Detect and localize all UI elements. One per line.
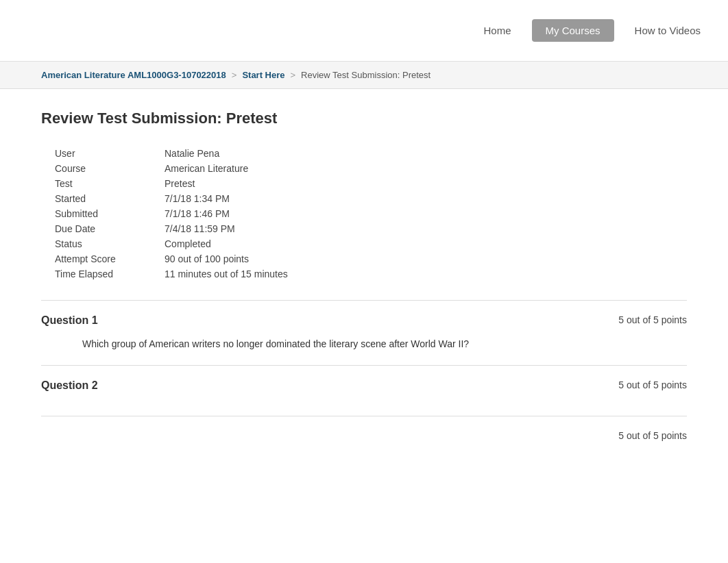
- user-label: User: [55, 148, 165, 159]
- breadcrumb-sep1: >: [232, 70, 237, 80]
- breadcrumb-course-link[interactable]: American Literature AML1000G3-107022018: [41, 70, 226, 80]
- info-row-time-elapsed: Time Elapsed 11 minutes out of 15 minute…: [55, 268, 687, 279]
- time-elapsed-label: Time Elapsed: [55, 268, 165, 279]
- question-1-header: Question 1 5 out of 5 points: [41, 314, 687, 327]
- breadcrumb: American Literature AML1000G3-107022018 …: [0, 62, 728, 89]
- question-3-points: 5 out of 5 points: [618, 430, 687, 441]
- info-row-course: Course American Literature: [55, 163, 687, 174]
- question-2-points: 5 out of 5 points: [618, 379, 687, 390]
- submitted-value: 7/1/18 1:46 PM: [165, 208, 230, 219]
- breadcrumb-current: Review Test Submission: Pretest: [301, 70, 430, 80]
- info-row-status: Status Completed: [55, 238, 687, 249]
- info-row-test: Test Pretest: [55, 178, 687, 189]
- user-value: Natalie Pena: [165, 148, 219, 159]
- question-1-text: Which group of American writers no longe…: [82, 337, 687, 351]
- test-label: Test: [55, 178, 165, 189]
- nav-how-to-videos[interactable]: How to Videos: [635, 25, 701, 36]
- due-date-value: 7/4/18 11:59 PM: [165, 223, 235, 234]
- nav-home[interactable]: Home: [484, 25, 511, 36]
- info-row-submitted: Submitted 7/1/18 1:46 PM: [55, 208, 687, 219]
- test-value: Pretest: [165, 178, 195, 189]
- due-date-label: Due Date: [55, 223, 165, 234]
- header: Home My Courses How to Videos: [0, 0, 728, 62]
- question-2-header: Question 2 5 out of 5 points: [41, 379, 687, 392]
- info-row-due-date: Due Date 7/4/18 11:59 PM: [55, 223, 687, 234]
- started-label: Started: [55, 193, 165, 204]
- course-value: American Literature: [165, 163, 248, 174]
- info-row-attempt-score: Attempt Score 90 out of 100 points: [55, 253, 687, 264]
- status-label: Status: [55, 238, 165, 249]
- time-elapsed-value: 11 minutes out of 15 minutes: [165, 268, 288, 279]
- info-row-started: Started 7/1/18 1:34 PM: [55, 193, 687, 204]
- nav-my-courses[interactable]: My Courses: [532, 19, 614, 42]
- question-2-section: Question 2 5 out of 5 points: [41, 365, 687, 416]
- info-table: User Natalie Pena Course American Litera…: [41, 148, 687, 279]
- question-2-title: Question 2: [41, 379, 98, 392]
- question-1-title: Question 1: [41, 314, 98, 327]
- course-label: Course: [55, 163, 165, 174]
- submitted-label: Submitted: [55, 208, 165, 219]
- attempt-score-label: Attempt Score: [55, 253, 165, 264]
- nav: Home My Courses How to Videos: [484, 19, 701, 42]
- page-title: Review Test Submission: Pretest: [41, 110, 687, 127]
- started-value: 7/1/18 1:34 PM: [165, 193, 230, 204]
- main-content: Review Test Submission: Pretest User Nat…: [0, 89, 728, 475]
- question-1-points: 5 out of 5 points: [618, 314, 687, 325]
- status-value: Completed: [165, 238, 211, 249]
- question-1-section: Question 1 5 out of 5 points Which group…: [41, 300, 687, 365]
- breadcrumb-start-here[interactable]: Start Here: [242, 70, 284, 80]
- breadcrumb-sep2: >: [291, 70, 296, 80]
- info-row-user: User Natalie Pena: [55, 148, 687, 159]
- question-3-points-row: 5 out of 5 points: [41, 416, 687, 455]
- attempt-score-value: 90 out of 100 points: [165, 253, 249, 264]
